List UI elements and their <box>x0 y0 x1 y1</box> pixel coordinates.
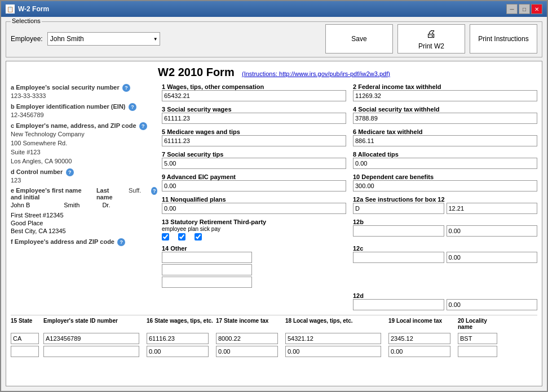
box1-input[interactable] <box>162 90 346 101</box>
box19-header: 19 Local income tax <box>388 318 456 325</box>
box12a-code-input[interactable] <box>353 203 444 214</box>
box14-input1[interactable] <box>162 252 252 263</box>
employee-select-wrapper: John Smith <box>47 32 160 46</box>
close-button[interactable]: ✕ <box>531 4 542 14</box>
print-instructions-label: Print Instructions <box>478 35 528 43</box>
content-area: Selections Employee: John Smith Save <box>1 17 547 391</box>
box11-group: 11 Nonqualified plans <box>162 196 346 214</box>
box12c-inputs <box>353 252 537 263</box>
field-e-help[interactable]: ? <box>151 187 157 195</box>
save-label: Save <box>351 35 366 43</box>
box12b-value-input[interactable] <box>447 225 538 237</box>
print-instructions-button[interactable]: Print Instructions <box>470 24 537 54</box>
box14-input3[interactable] <box>162 277 252 288</box>
field-d-help[interactable]: ? <box>66 168 74 176</box>
box12d-label: 12d <box>353 292 537 299</box>
box3-input[interactable] <box>162 113 346 124</box>
state-row2-box18[interactable] <box>285 346 381 357</box>
state-row2-box16[interactable] <box>147 346 209 357</box>
state-row2-state[interactable] <box>11 346 39 357</box>
state-row1-state[interactable] <box>11 333 39 344</box>
form-right: 1 Wages, tips, other compensation 2 Fede… <box>162 83 537 313</box>
selections-panel: Selections Employee: John Smith Save <box>6 21 542 57</box>
box2-input[interactable] <box>353 90 537 101</box>
box6-input[interactable] <box>353 135 537 146</box>
field-d-group: d Control number ? 123 <box>11 168 157 184</box>
box3-label: 3 Social security wages <box>162 106 346 113</box>
address-line2: Good Place <box>11 220 157 226</box>
right-grid: 1 Wages, tips, other compensation 2 Fede… <box>162 83 537 313</box>
box8-label: 8 Allocated tips <box>353 151 537 158</box>
state-row2-box20[interactable] <box>458 346 497 357</box>
box6-group: 6 Medicare tax withheld <box>353 128 537 146</box>
box7-input[interactable] <box>162 158 346 169</box>
state-row2-box17[interactable] <box>216 346 278 357</box>
box5-input[interactable] <box>162 135 346 146</box>
save-button[interactable]: Save <box>325 24 393 54</box>
box12a-label: 12a See instructions for box 12 <box>353 196 537 203</box>
box14-fields <box>162 252 346 288</box>
box4-input[interactable] <box>353 113 537 124</box>
maximize-button[interactable]: □ <box>519 4 530 14</box>
box12b-label: 12b <box>353 219 537 225</box>
empty-cell <box>162 292 346 313</box>
box12c-group: 12c <box>353 245 537 288</box>
state-row1-ein[interactable] <box>43 333 139 344</box>
field-a-help[interactable]: ? <box>122 84 130 92</box>
suffix-value: Dr. <box>102 202 110 208</box>
box1-group: 1 Wages, tips, other compensation <box>162 83 346 101</box>
employee-row: Employee: John Smith <box>11 32 160 46</box>
state-row1-box17[interactable] <box>216 333 278 344</box>
box14-group: 14 Other <box>162 245 346 288</box>
field-b-label: b Employer identification number (EIN) <box>11 103 126 110</box>
box8-input[interactable] <box>353 158 537 169</box>
state-row1-box19[interactable] <box>388 333 450 344</box>
main-window: 📋 W-2 Form ─ □ ✕ Selections Employee: Jo… <box>0 0 548 392</box>
state-row1-box20[interactable] <box>458 333 497 344</box>
state-row2-ein[interactable] <box>43 346 139 357</box>
state-row1-box18[interactable] <box>285 333 381 344</box>
field-b-help[interactable]: ? <box>129 103 136 111</box>
field-b-group: b Employer identification number (EIN) ?… <box>11 103 157 118</box>
box11-input[interactable] <box>162 203 346 214</box>
box12d-value-input[interactable] <box>447 299 538 310</box>
state-row2-box19[interactable] <box>388 346 450 357</box>
field-a-group: a Employee's social security number ? 12… <box>11 83 157 99</box>
employee-select[interactable]: John Smith <box>47 32 160 46</box>
field-a-label: a Employee's social security number <box>11 84 120 91</box>
box12c-value-input[interactable] <box>447 252 538 263</box>
retirement-checkbox[interactable] <box>178 233 185 240</box>
box12d-code-input[interactable] <box>353 299 444 310</box>
print-w2-button[interactable]: 🖨 Print W2 <box>397 24 465 54</box>
box12a-value-input[interactable] <box>447 203 538 214</box>
box5-group: 5 Medicare wages and tips <box>162 128 346 146</box>
field-f-help[interactable]: ? <box>117 238 125 246</box>
box2-label: 2 Federal income tax withheld <box>353 83 537 90</box>
field-c-line3: Suite #123 <box>11 149 157 155</box>
box14-input2[interactable] <box>162 264 252 275</box>
field-c-help[interactable]: ? <box>139 122 147 130</box>
box5-label: 5 Medicare wages and tips <box>162 128 346 135</box>
field-c-line2: 100 Somewhere Rd. <box>11 140 157 146</box>
box12c-code-input[interactable] <box>353 252 444 263</box>
field-d-value: 123 <box>11 177 157 184</box>
box9-input[interactable] <box>162 180 346 191</box>
box12b-code-input[interactable] <box>353 225 444 237</box>
instructions-link[interactable]: (Instructions: http://www.irs.gov/pub/ir… <box>242 70 390 77</box>
minimize-button[interactable]: ─ <box>506 4 518 14</box>
statutory-checkbox[interactable] <box>162 233 169 240</box>
toolbar-buttons: Save 🖨 Print W2 Print Instructions <box>325 24 537 54</box>
box9-label: 9 Advanced EIC payment <box>162 173 346 180</box>
box12a-inputs <box>353 203 537 214</box>
field-c-line4: Los Angles, CA 90000 <box>11 158 157 164</box>
state-row1-box16[interactable] <box>147 333 209 344</box>
thirdparty-checkbox[interactable] <box>195 233 202 240</box>
box20-header: 20 Locality name <box>458 318 503 331</box>
field-c-group: c Employer's name, address, and ZIP code… <box>11 122 157 164</box>
employee-label: Employee: <box>11 35 43 43</box>
state-row-1 <box>11 333 537 344</box>
field-c-line1: New Technology Company <box>11 131 157 137</box>
box10-group: 10 Dependent care benefits <box>353 173 537 191</box>
box10-input[interactable] <box>353 180 537 191</box>
state-row-2 <box>11 346 537 357</box>
